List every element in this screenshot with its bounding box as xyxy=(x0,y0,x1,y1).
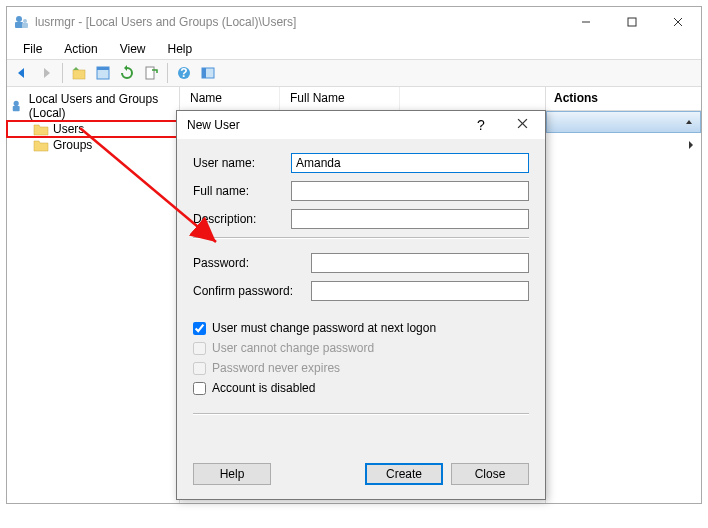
help-button[interactable]: Help xyxy=(193,463,271,485)
refresh-button[interactable] xyxy=(116,62,138,84)
app-icon xyxy=(13,14,29,30)
dialog-titlebar: New User ? xyxy=(177,111,545,139)
tree-panel: Local Users and Groups (Local) Users Gro… xyxy=(7,87,180,503)
close-button[interactable] xyxy=(655,7,701,37)
window-title: lusrmgr - [Local Users and Groups (Local… xyxy=(35,15,563,29)
divider xyxy=(193,413,529,415)
window-controls xyxy=(563,7,701,37)
svg-rect-3 xyxy=(22,23,28,28)
account-disabled-label: Account is disabled xyxy=(212,381,315,395)
account-disabled-row: Account is disabled xyxy=(193,381,529,395)
dialog-help-button[interactable]: ? xyxy=(463,117,499,133)
password-label: Password: xyxy=(193,256,311,270)
actions-more[interactable] xyxy=(546,133,701,159)
menu-action[interactable]: Action xyxy=(54,40,107,58)
minimize-button[interactable] xyxy=(563,7,609,37)
new-user-dialog: New User ? User name: Full name: Descrip… xyxy=(176,110,546,500)
tree-item-groups[interactable]: Groups xyxy=(7,137,179,153)
tree-item-label: Groups xyxy=(53,138,92,152)
actions-header: Actions xyxy=(546,87,701,111)
dialog-title: New User xyxy=(187,118,463,132)
svg-rect-10 xyxy=(97,67,109,70)
column-fullname[interactable]: Full Name xyxy=(280,87,400,110)
dialog-close-button[interactable] xyxy=(499,118,545,132)
actions-panel: Actions xyxy=(546,87,701,503)
svg-rect-11 xyxy=(146,67,154,79)
menubar: File Action View Help xyxy=(7,37,701,59)
description-input[interactable] xyxy=(291,209,529,229)
titlebar: lusrmgr - [Local Users and Groups (Local… xyxy=(7,7,701,37)
svg-rect-5 xyxy=(628,18,636,26)
cannot-change-label: User cannot change password xyxy=(212,341,374,355)
list-header: Name Full Name xyxy=(180,87,545,111)
must-change-row: User must change password at next logon xyxy=(193,321,529,335)
must-change-label: User must change password at next logon xyxy=(212,321,436,335)
column-name[interactable]: Name xyxy=(180,87,280,110)
properties-button[interactable] xyxy=(92,62,114,84)
never-expires-row: Password never expires xyxy=(193,361,529,375)
svg-point-2 xyxy=(23,19,27,23)
never-expires-label: Password never expires xyxy=(212,361,340,375)
svg-rect-17 xyxy=(13,106,20,111)
svg-rect-8 xyxy=(73,70,85,79)
cannot-change-checkbox xyxy=(193,342,206,355)
svg-point-0 xyxy=(16,16,22,22)
maximize-button[interactable] xyxy=(609,7,655,37)
toolbar: ? xyxy=(7,59,701,87)
chevron-right-icon xyxy=(687,140,695,150)
tree-root[interactable]: Local Users and Groups (Local) xyxy=(7,91,179,121)
create-button[interactable]: Create xyxy=(365,463,443,485)
users-group-icon xyxy=(11,99,25,113)
collapse-up-icon xyxy=(684,117,694,127)
close-button[interactable]: Close xyxy=(451,463,529,485)
svg-point-16 xyxy=(14,101,19,106)
actions-section[interactable] xyxy=(546,111,701,133)
folder-icon xyxy=(33,122,49,136)
password-input[interactable] xyxy=(311,253,529,273)
export-button[interactable] xyxy=(140,62,162,84)
fullname-label: Full name: xyxy=(193,184,291,198)
up-button[interactable] xyxy=(68,62,90,84)
never-expires-checkbox xyxy=(193,362,206,375)
account-disabled-checkbox[interactable] xyxy=(193,382,206,395)
svg-rect-1 xyxy=(15,22,23,28)
show-hide-button[interactable] xyxy=(197,62,219,84)
confirm-password-label: Confirm password: xyxy=(193,284,311,298)
folder-icon xyxy=(33,138,49,152)
divider xyxy=(193,237,529,239)
fullname-input[interactable] xyxy=(291,181,529,201)
description-label: Description: xyxy=(193,212,291,226)
confirm-password-input[interactable] xyxy=(311,281,529,301)
tree-item-users[interactable]: Users xyxy=(7,121,179,137)
tree-item-label: Users xyxy=(53,122,84,136)
menu-help[interactable]: Help xyxy=(158,40,203,58)
back-button[interactable] xyxy=(11,62,33,84)
help-button[interactable]: ? xyxy=(173,62,195,84)
cannot-change-row: User cannot change password xyxy=(193,341,529,355)
tree-root-label: Local Users and Groups (Local) xyxy=(29,92,175,120)
svg-text:?: ? xyxy=(180,66,187,80)
svg-rect-15 xyxy=(202,68,206,78)
dialog-buttons: Help Create Close xyxy=(193,463,529,485)
username-input[interactable] xyxy=(291,153,529,173)
forward-button[interactable] xyxy=(35,62,57,84)
username-label: User name: xyxy=(193,156,291,170)
must-change-checkbox[interactable] xyxy=(193,322,206,335)
menu-file[interactable]: File xyxy=(13,40,52,58)
menu-view[interactable]: View xyxy=(110,40,156,58)
dialog-body: User name: Full name: Description: Passw… xyxy=(177,139,545,439)
